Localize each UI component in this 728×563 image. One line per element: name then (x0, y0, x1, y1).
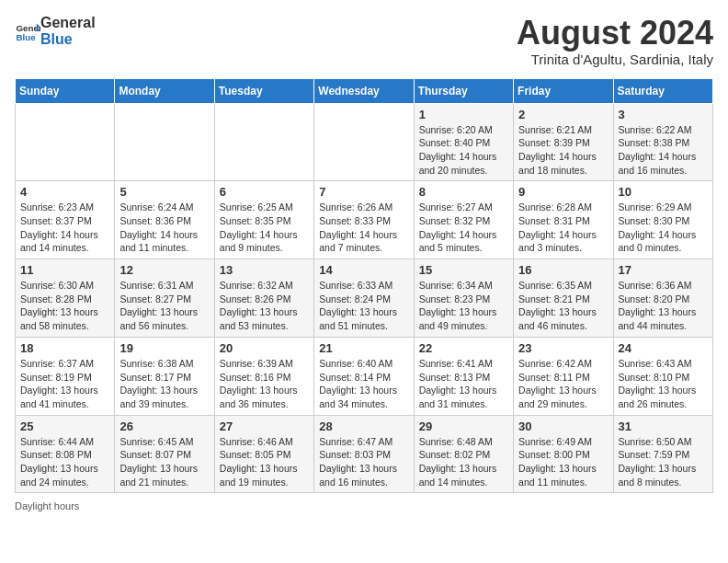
day-number: 13 (220, 263, 309, 277)
day-info: Sunrise: 6:31 AMSunset: 8:27 PMDaylight:… (119, 279, 209, 333)
day-number: 18 (20, 341, 109, 355)
day-number: 16 (518, 263, 608, 277)
day-info: Sunrise: 6:37 AMSunset: 8:19 PMDaylight:… (20, 357, 109, 411)
weekday-header-monday: Monday (115, 78, 214, 103)
day-number: 8 (419, 185, 508, 199)
day-info: Sunrise: 6:44 AMSunset: 8:08 PMDaylight:… (20, 435, 109, 489)
calendar-cell: 10Sunrise: 6:29 AMSunset: 8:30 PMDayligh… (613, 181, 712, 259)
calendar-week-row: 11Sunrise: 6:30 AMSunset: 8:28 PMDayligh… (16, 259, 713, 338)
day-number: 14 (319, 263, 408, 277)
weekday-header-saturday: Saturday (613, 78, 712, 103)
calendar-cell: 26Sunrise: 6:45 AMSunset: 8:07 PMDayligh… (115, 415, 214, 493)
calendar-cell: 1Sunrise: 6:20 AMSunset: 8:40 PMDaylight… (414, 103, 513, 181)
day-info: Sunrise: 6:41 AMSunset: 8:13 PMDaylight:… (419, 357, 508, 411)
logo-line1: General (40, 15, 96, 31)
calendar-cell: 11Sunrise: 6:30 AMSunset: 8:28 PMDayligh… (16, 259, 115, 338)
day-number: 6 (220, 185, 309, 199)
day-number: 26 (119, 419, 209, 433)
calendar-week-row: 4Sunrise: 6:23 AMSunset: 8:37 PMDaylight… (16, 181, 713, 259)
weekday-header-friday: Friday (514, 78, 613, 103)
weekday-header-row: SundayMondayTuesdayWednesdayThursdayFrid… (16, 78, 713, 103)
day-number: 11 (20, 263, 109, 277)
day-info: Sunrise: 6:23 AMSunset: 8:37 PMDaylight:… (20, 201, 109, 255)
calendar-cell: 2Sunrise: 6:21 AMSunset: 8:39 PMDaylight… (514, 103, 613, 181)
calendar-cell: 18Sunrise: 6:37 AMSunset: 8:19 PMDayligh… (16, 337, 115, 415)
weekday-header-thursday: Thursday (414, 78, 513, 103)
calendar-subtitle: Trinita d'Agultu, Sardinia, Italy (517, 52, 713, 67)
daylight-label: Daylight hours (15, 500, 79, 511)
day-info: Sunrise: 6:39 AMSunset: 8:16 PMDaylight:… (220, 357, 309, 411)
day-info: Sunrise: 6:21 AMSunset: 8:39 PMDaylight:… (518, 123, 608, 178)
day-number: 7 (319, 185, 408, 199)
calendar-cell: 20Sunrise: 6:39 AMSunset: 8:16 PMDayligh… (214, 337, 313, 415)
calendar-week-row: 18Sunrise: 6:37 AMSunset: 8:19 PMDayligh… (16, 337, 713, 415)
calendar-cell: 7Sunrise: 6:26 AMSunset: 8:33 PMDaylight… (314, 181, 414, 259)
day-info: Sunrise: 6:24 AMSunset: 8:36 PMDaylight:… (119, 201, 209, 255)
calendar-cell: 13Sunrise: 6:32 AMSunset: 8:26 PMDayligh… (214, 259, 313, 338)
day-info: Sunrise: 6:43 AMSunset: 8:10 PMDaylight:… (619, 357, 708, 411)
day-number: 20 (220, 341, 309, 355)
day-number: 31 (619, 419, 708, 433)
day-info: Sunrise: 6:27 AMSunset: 8:32 PMDaylight:… (419, 201, 508, 255)
calendar-week-row: 1Sunrise: 6:20 AMSunset: 8:40 PMDaylight… (16, 103, 713, 181)
day-number: 22 (419, 341, 508, 355)
day-number: 27 (220, 419, 309, 433)
calendar-cell: 4Sunrise: 6:23 AMSunset: 8:37 PMDaylight… (16, 181, 115, 259)
day-info: Sunrise: 6:28 AMSunset: 8:31 PMDaylight:… (518, 201, 608, 255)
calendar-cell: 15Sunrise: 6:34 AMSunset: 8:23 PMDayligh… (414, 259, 513, 338)
calendar-cell: 22Sunrise: 6:41 AMSunset: 8:13 PMDayligh… (414, 337, 513, 415)
day-info: Sunrise: 6:32 AMSunset: 8:26 PMDaylight:… (220, 279, 309, 333)
day-number: 3 (619, 108, 708, 121)
day-number: 12 (119, 263, 209, 277)
day-number: 10 (619, 185, 708, 199)
calendar-cell: 3Sunrise: 6:22 AMSunset: 8:38 PMDaylight… (613, 103, 712, 181)
calendar-cell: 21Sunrise: 6:40 AMSunset: 8:14 PMDayligh… (314, 337, 414, 415)
logo-line2: Blue (40, 31, 96, 48)
day-number: 4 (20, 185, 109, 199)
footer-note: Daylight hours (15, 500, 713, 511)
calendar-cell: 17Sunrise: 6:36 AMSunset: 8:20 PMDayligh… (613, 259, 712, 338)
day-info: Sunrise: 6:49 AMSunset: 8:00 PMDaylight:… (518, 435, 608, 489)
day-number: 17 (619, 263, 708, 277)
logo-icon: General Blue (15, 18, 40, 44)
calendar-cell: 12Sunrise: 6:31 AMSunset: 8:27 PMDayligh… (115, 259, 214, 338)
calendar-week-row: 25Sunrise: 6:44 AMSunset: 8:08 PMDayligh… (16, 415, 713, 493)
calendar-cell: 30Sunrise: 6:49 AMSunset: 8:00 PMDayligh… (514, 415, 613, 493)
day-info: Sunrise: 6:34 AMSunset: 8:23 PMDaylight:… (419, 279, 508, 333)
weekday-header-wednesday: Wednesday (314, 78, 414, 103)
calendar-cell: 28Sunrise: 6:47 AMSunset: 8:03 PMDayligh… (314, 415, 414, 493)
day-info: Sunrise: 6:30 AMSunset: 8:28 PMDaylight:… (20, 279, 109, 333)
calendar-cell: 9Sunrise: 6:28 AMSunset: 8:31 PMDaylight… (514, 181, 613, 259)
calendar-cell: 14Sunrise: 6:33 AMSunset: 8:24 PMDayligh… (314, 259, 414, 338)
calendar-cell: 31Sunrise: 6:50 AMSunset: 7:59 PMDayligh… (613, 415, 712, 493)
day-info: Sunrise: 6:22 AMSunset: 8:38 PMDaylight:… (619, 123, 708, 178)
calendar-cell: 19Sunrise: 6:38 AMSunset: 8:17 PMDayligh… (115, 337, 214, 415)
calendar-cell: 25Sunrise: 6:44 AMSunset: 8:08 PMDayligh… (16, 415, 115, 493)
calendar-table: SundayMondayTuesdayWednesdayThursdayFrid… (15, 78, 713, 494)
day-info: Sunrise: 6:38 AMSunset: 8:17 PMDaylight:… (119, 357, 209, 411)
day-number: 5 (119, 185, 209, 199)
day-info: Sunrise: 6:20 AMSunset: 8:40 PMDaylight:… (419, 123, 508, 178)
calendar-cell: 8Sunrise: 6:27 AMSunset: 8:32 PMDaylight… (414, 181, 513, 259)
day-number: 30 (518, 419, 608, 433)
day-number: 23 (518, 341, 608, 355)
logo: General Blue General Blue (15, 15, 96, 47)
calendar-cell (115, 103, 214, 181)
day-info: Sunrise: 6:26 AMSunset: 8:33 PMDaylight:… (319, 201, 408, 255)
day-number: 19 (119, 341, 209, 355)
day-info: Sunrise: 6:47 AMSunset: 8:03 PMDaylight:… (319, 435, 408, 489)
weekday-header-tuesday: Tuesday (214, 78, 313, 103)
title-block: August 2024 Trinita d'Agultu, Sardinia, … (517, 15, 713, 67)
day-info: Sunrise: 6:42 AMSunset: 8:11 PMDaylight:… (518, 357, 608, 411)
calendar-cell: 5Sunrise: 6:24 AMSunset: 8:36 PMDaylight… (115, 181, 214, 259)
svg-text:Blue: Blue (16, 31, 36, 41)
day-info: Sunrise: 6:36 AMSunset: 8:20 PMDaylight:… (619, 279, 708, 333)
day-info: Sunrise: 6:25 AMSunset: 8:35 PMDaylight:… (220, 201, 309, 255)
day-info: Sunrise: 6:29 AMSunset: 8:30 PMDaylight:… (619, 201, 708, 255)
day-info: Sunrise: 6:33 AMSunset: 8:24 PMDaylight:… (319, 279, 408, 333)
calendar-cell (314, 103, 414, 181)
day-info: Sunrise: 6:50 AMSunset: 7:59 PMDaylight:… (619, 435, 708, 489)
day-info: Sunrise: 6:46 AMSunset: 8:05 PMDaylight:… (220, 435, 309, 489)
calendar-cell: 6Sunrise: 6:25 AMSunset: 8:35 PMDaylight… (214, 181, 313, 259)
header: General Blue General Blue August 2024 Tr… (15, 15, 713, 67)
